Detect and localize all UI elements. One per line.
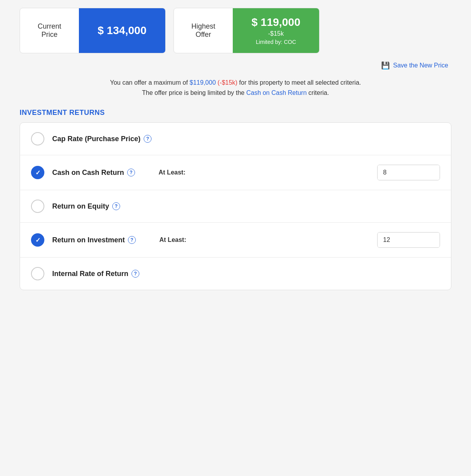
save-row: 💾 Save the New Price [20,60,451,71]
highest-offer-main-price: $ 119,000 [252,16,301,29]
info-text: You can offer a maximum of $119,000 (-$1… [20,78,451,98]
returns-row-return-investment: Return on Investment?At Least:% [20,223,451,258]
at-least-label-return-investment: At Least: [159,236,186,243]
price-cards-row: Current Price $ 134,000 Highest Offer $ … [20,8,451,53]
label-internal-rate: Internal Rate of Return? [52,270,139,278]
label-return-investment: Return on Investment? [52,236,136,244]
investment-returns-title: INVESTMENT RETURNS [20,109,451,117]
save-icon: 💾 [381,61,390,70]
label-return-equity: Return on Equity? [52,202,120,211]
highest-offer-limit-text: Limited by: COC [256,39,296,45]
help-icon-cap-rate[interactable]: ? [144,135,152,143]
returns-row-cash-on-cash: Cash on Cash Return?At Least:% [20,155,451,190]
checkbox-return-investment[interactable] [31,233,44,247]
save-new-price-button[interactable]: 💾 Save the New Price [378,60,451,71]
info-line2-start: The offer price is being limited by the [142,89,246,96]
checkbox-cap-rate[interactable] [31,132,44,145]
at-least-label-cash-on-cash: At Least: [159,169,185,176]
checkbox-cash-on-cash[interactable] [31,166,44,179]
label-text-cap-rate: Cap Rate (Purchase Price) [52,135,141,143]
highest-offer-card: Highest Offer $ 119,000 -$15k Limited by… [173,8,319,53]
label-text-return-equity: Return on Equity [52,202,109,211]
returns-row-internal-rate: Internal Rate of Return? [20,258,451,290]
current-price-label: Current Price [20,8,79,53]
help-icon-internal-rate[interactable]: ? [131,270,139,278]
returns-row-return-equity: Return on Equity? [20,190,451,223]
input-group-cash-on-cash: % [377,165,440,180]
help-icon-return-equity[interactable]: ? [112,202,120,210]
help-icon-cash-on-cash[interactable]: ? [127,169,135,176]
checkbox-internal-rate[interactable] [31,267,44,280]
current-price-card: Current Price $ 134,000 [20,8,166,53]
input-group-return-investment: % [377,232,440,248]
label-text-internal-rate: Internal Rate of Return [52,270,128,278]
help-icon-return-investment[interactable]: ? [128,236,136,244]
highest-offer-value: $ 119,000 -$15k Limited by: COC [233,8,319,53]
returns-card: Cap Rate (Purchase Price)?Cash on Cash R… [20,122,451,290]
save-button-label: Save the New Price [393,62,448,69]
limited-by-link[interactable]: Cash on Cash Return [246,89,307,96]
diff-text: (-$15k) [217,79,237,86]
label-cash-on-cash: Cash on Cash Return? [52,169,135,177]
label-cap-rate: Cap Rate (Purchase Price)? [52,135,152,143]
current-price-value: $ 134,000 [79,8,165,53]
max-offer-link[interactable]: $119,000 [190,79,216,86]
input-value-return-investment[interactable] [378,233,440,247]
label-text-return-investment: Return on Investment [52,236,125,244]
input-value-cash-on-cash[interactable] [378,165,440,180]
label-text-cash-on-cash: Cash on Cash Return [52,169,124,177]
info-line1-end: for this property to meet all selected c… [237,79,361,86]
highest-offer-label: Highest Offer [174,8,233,53]
info-line1-start: You can offer a maximum of [110,79,190,86]
checkbox-return-equity[interactable] [31,200,44,213]
page-wrapper: Current Price $ 134,000 Highest Offer $ … [20,8,451,290]
highest-offer-sub-text: -$15k [268,30,284,37]
returns-row-cap-rate: Cap Rate (Purchase Price)? [20,123,451,155]
info-line2-end: criteria. [307,89,329,96]
